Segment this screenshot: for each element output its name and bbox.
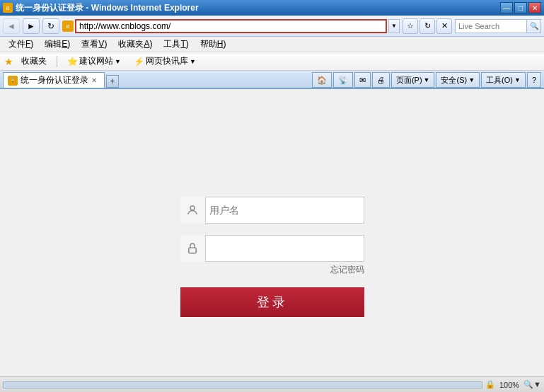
forgot-password-link[interactable]: 忘记密码: [180, 264, 364, 276]
password-field-wrapper: [180, 235, 364, 262]
password-input[interactable]: [209, 243, 357, 254]
tools-toolbar-button[interactable]: 工具(O) ▼: [481, 72, 526, 88]
bookmarks-separator: [57, 56, 57, 67]
password-icon: [180, 235, 206, 262]
back-button[interactable]: ◄: [3, 18, 20, 34]
suggested-sites-label: 建议网站: [79, 55, 113, 67]
window-title: 统一身份认证登录 - Windows Internet Explorer: [16, 2, 199, 14]
window-controls: — □ ✕: [500, 2, 541, 13]
page-label: 页面(P): [396, 75, 422, 86]
username-group: [180, 197, 364, 224]
zoom-icon: 🔍▼: [523, 380, 541, 389]
search-button[interactable]: 🔍: [526, 19, 540, 33]
favorites-button[interactable]: 收藏夹: [16, 53, 52, 69]
menu-bar: 文件F) 编辑E) 查看V) 收藏夹A) 工具T) 帮助H): [0, 37, 544, 52]
page-toolbar-button[interactable]: 页面(P) ▼: [391, 72, 435, 88]
svg-point-0: [190, 206, 195, 210]
menu-view[interactable]: 查看V): [76, 37, 112, 52]
status-right: 🔒 100% 🔍▼: [485, 380, 541, 389]
password-group: 忘记密码: [180, 235, 364, 276]
login-button[interactable]: 登录: [180, 287, 364, 317]
favorites-star-icon: ★: [4, 56, 13, 67]
login-form: 忘记密码 登录: [180, 197, 364, 317]
search-input[interactable]: [456, 20, 526, 33]
security-label: 安全(S): [441, 75, 467, 86]
suggested-sites-button[interactable]: ⭐ 建议网站 ▼: [62, 53, 126, 69]
nav-icons: ☆ ↻ ✕: [403, 18, 452, 34]
svg-rect-1: [189, 248, 197, 253]
suggested-sites-dropdown-icon: ▼: [115, 58, 121, 65]
search-box: 🔍: [455, 19, 541, 33]
security-toolbar-button[interactable]: 安全(S) ▼: [436, 72, 480, 88]
address-bar-container: e ▼: [62, 19, 400, 33]
forward-button[interactable]: ►: [23, 18, 40, 34]
zoom-level: 100%: [499, 381, 519, 389]
browser-icon: e: [3, 3, 13, 13]
tab-toolbar-right: 🏠 📡 ✉ 🖨 页面(P) ▼ 安全(S) ▼ 工具(O) ▼ ?: [312, 72, 541, 88]
tab-bar: 🔒 统一身份认证登录 ✕ + 🏠 📡 ✉ 🖨 页面(P) ▼ 安全(S) ▼ 工…: [0, 71, 544, 89]
page-dropdown-icon: ▼: [424, 76, 430, 83]
stop-button[interactable]: ✕: [436, 18, 452, 34]
nav-bar: ◄ ► ↻ e ▼ ☆ ↻ ✕ 🔍: [0, 16, 544, 37]
menu-file[interactable]: 文件F): [3, 37, 39, 52]
add-bookmark-button[interactable]: ☆: [403, 18, 418, 34]
tools-dropdown-icon: ▼: [514, 76, 521, 83]
security-status-icon: 🔒: [485, 380, 495, 389]
username-input[interactable]: [209, 204, 357, 216]
browser-window: e 统一身份认证登录 - Windows Internet Explorer —…: [0, 0, 544, 392]
active-tab-label: 统一身份认证登录: [21, 74, 88, 86]
address-dropdown[interactable]: ▼: [388, 19, 400, 33]
title-bar: e 统一身份认证登录 - Windows Internet Explorer —…: [0, 0, 544, 16]
suggested-sites-icon: ⭐: [67, 57, 78, 67]
menu-favorites[interactable]: 收藏夹A): [112, 37, 158, 52]
favorites-label: 收藏夹: [21, 55, 47, 67]
status-bar: 🔒 100% 🔍▼: [0, 376, 544, 392]
help-label: ?: [532, 76, 536, 84]
tab-favicon: 🔒: [8, 76, 18, 86]
rss-toolbar-button[interactable]: 📡: [333, 72, 353, 88]
print-toolbar-button[interactable]: 🖨: [372, 72, 390, 88]
address-input[interactable]: [75, 19, 387, 33]
close-button[interactable]: ✕: [528, 2, 541, 13]
menu-edit[interactable]: 编辑E): [39, 37, 76, 52]
username-field-wrapper: [180, 197, 364, 224]
maximize-button[interactable]: □: [514, 2, 527, 13]
page-favicon: e: [62, 21, 74, 32]
security-dropdown-icon: ▼: [468, 76, 475, 83]
menu-help[interactable]: 帮助H): [195, 37, 232, 52]
tools-label: 工具(O): [486, 75, 513, 86]
web-snippets-label: 网页快讯库: [146, 55, 188, 67]
title-bar-left: e 统一身份认证登录 - Windows Internet Explorer: [3, 2, 199, 14]
menu-tools[interactable]: 工具T): [158, 37, 194, 52]
active-tab[interactable]: 🔒 统一身份认证登录 ✕: [3, 72, 105, 88]
progress-bar: [3, 381, 482, 388]
minimize-button[interactable]: —: [500, 2, 513, 13]
username-icon: [180, 197, 206, 224]
help-toolbar-button[interactable]: ?: [527, 72, 541, 88]
new-tab-button[interactable]: +: [106, 75, 119, 88]
content-area: 忘记密码 登录: [0, 89, 544, 376]
refresh-button[interactable]: ↻: [42, 18, 59, 34]
mail-toolbar-button[interactable]: ✉: [354, 72, 371, 88]
bookmarks-bar: ★ 收藏夹 ⭐ 建议网站 ▼ ⚡ 网页快讯库 ▼: [0, 52, 544, 71]
home-toolbar-button[interactable]: 🏠: [312, 72, 332, 88]
web-snippets-dropdown-icon: ▼: [190, 58, 196, 65]
tab-close-button[interactable]: ✕: [91, 76, 97, 84]
web-snippets-icon: ⚡: [134, 57, 144, 67]
web-snippets-button[interactable]: ⚡ 网页快讯库 ▼: [129, 53, 201, 69]
refresh-stop-button[interactable]: ↻: [419, 18, 435, 34]
